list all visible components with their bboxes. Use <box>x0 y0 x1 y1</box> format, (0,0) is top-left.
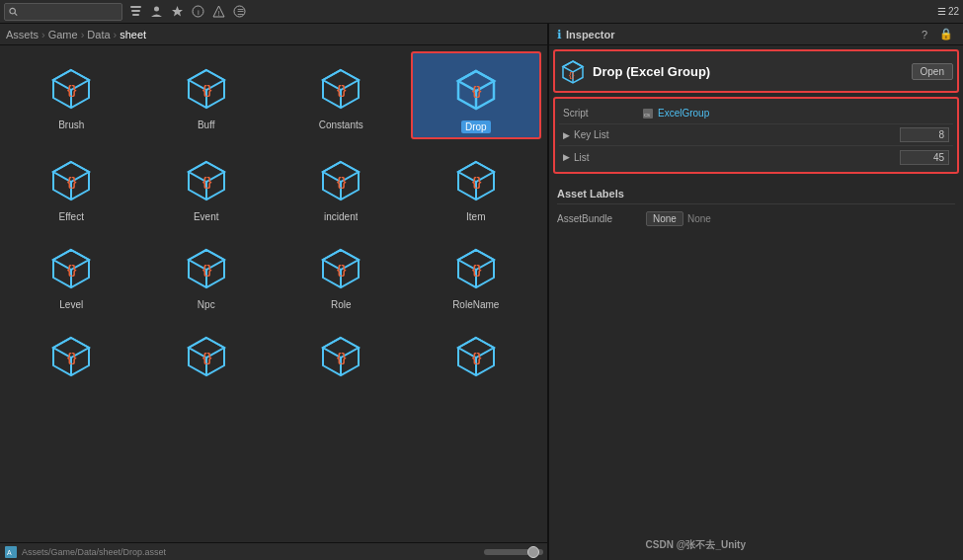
svg-text:{}: {} <box>67 175 77 189</box>
svg-text:{}: {} <box>472 263 482 277</box>
asset-icon-level: {} <box>41 238 101 297</box>
asset-label-event: Event <box>194 211 219 222</box>
asset-icon-empty-1: {} <box>41 326 101 385</box>
asset-item-empty-3[interactable]: {} <box>276 319 407 392</box>
svg-text:{}: {} <box>472 84 482 98</box>
breadcrumb-sep-2: › <box>81 29 85 40</box>
section-header-asset-labels: Asset Labels <box>557 186 955 204</box>
asset-label-buff: Buff <box>198 120 215 130</box>
asset-icon-constants: {} <box>311 58 370 118</box>
list-expand-icon[interactable]: ▶ <box>563 152 570 162</box>
svg-text:{}: {} <box>202 175 212 189</box>
size-slider[interactable] <box>484 549 543 555</box>
field-row-script: Script cs ExcelGroup <box>559 103 953 124</box>
asset-item-event[interactable]: {} Event <box>141 143 273 227</box>
breadcrumb-game[interactable]: Game <box>48 29 78 40</box>
asset-label-npc: Npc <box>198 299 215 310</box>
inspector-content: {} Drop (Excel Group) Open Script cs <box>549 45 963 560</box>
search-input[interactable] <box>18 6 118 17</box>
project-panel: Assets › Game › Data › sheet <box>0 24 548 560</box>
svg-text:{}: {} <box>472 175 482 189</box>
breadcrumb-sep-3: › <box>114 29 118 40</box>
search-box[interactable] <box>4 3 122 21</box>
asset-label-rolename: RoleName <box>452 299 499 310</box>
asset-item-empty-4[interactable]: {} <box>411 319 542 392</box>
asset-item-npc[interactable]: {} Npc <box>141 231 273 315</box>
top-toolbar: i ! ☰ ☰ 22 <box>0 0 963 24</box>
inspector-fields: Script cs ExcelGroup ▶ Key List <box>553 97 959 174</box>
svg-text:{}: {} <box>202 351 212 364</box>
svg-text:{}: {} <box>67 83 77 97</box>
asset-item-item[interactable]: {} Item <box>411 143 542 227</box>
asset-item-role[interactable]: {} Role <box>276 231 407 315</box>
asset-icon-effect: {} <box>41 150 101 209</box>
asset-icon-drop: {} <box>446 59 506 119</box>
component-icon: {} <box>559 57 587 85</box>
asset-label-drop: Drop <box>461 120 491 133</box>
field-row-keylist: ▶ Key List <box>559 124 953 146</box>
asset-label-effect: Effect <box>59 211 84 222</box>
asset-label-brush: Brush <box>58 120 84 130</box>
asset-icon-item: {} <box>446 150 506 209</box>
info-icon[interactable]: i <box>189 3 206 21</box>
ab-variant-label: None <box>687 213 711 224</box>
asset-icon-event: {} <box>177 150 236 209</box>
asset-item-constants[interactable]: {} Constants <box>276 51 407 139</box>
asset-label-incident: incident <box>324 211 358 222</box>
inspector-lock-icon[interactable]: 🔒 <box>937 26 955 43</box>
asset-label-item: Item <box>466 211 485 222</box>
svg-text:☰: ☰ <box>237 8 244 17</box>
field-label-script: Script <box>563 108 642 119</box>
asset-item-empty-2[interactable]: {} <box>141 319 273 392</box>
script-file-icon: cs <box>642 108 654 120</box>
asset-item-level[interactable]: {} Level <box>6 231 137 315</box>
breadcrumb-data[interactable]: Data <box>87 29 110 40</box>
asset-labels-section: Asset Labels AssetBundle None None <box>553 182 959 233</box>
breadcrumb-assets[interactable]: Assets <box>6 29 39 40</box>
asset-icon-npc: {} <box>177 238 236 297</box>
menu-icon[interactable]: ☰ <box>230 3 248 21</box>
svg-text:i: i <box>198 8 200 17</box>
asset-item-drop[interactable]: {} Drop <box>411 51 542 139</box>
warning-icon[interactable]: ! <box>209 3 227 21</box>
svg-text:{}: {} <box>337 351 347 364</box>
breadcrumb-current: sheet <box>120 29 146 40</box>
person-icon[interactable] <box>147 3 165 21</box>
ab-value[interactable]: None <box>646 211 683 226</box>
keylist-expand-icon[interactable]: ▶ <box>563 130 570 140</box>
svg-text:{}: {} <box>569 71 575 79</box>
svg-point-5 <box>154 7 159 12</box>
svg-text:{}: {} <box>202 83 212 97</box>
asset-item-incident[interactable]: {} incident <box>276 143 407 227</box>
field-number-keylist[interactable] <box>900 127 949 142</box>
asset-grid-container[interactable]: {} Brush {} <box>0 45 547 542</box>
asset-item-buff[interactable]: {} Buff <box>141 51 273 139</box>
breadcrumb: Assets › Game › Data › sheet <box>0 24 547 45</box>
assets-icon: A <box>4 545 18 559</box>
toolbar-icons: i ! ☰ <box>126 3 248 21</box>
main-area: Assets › Game › Data › sheet <box>0 24 963 560</box>
asset-icon-rolename: {} <box>446 238 506 297</box>
inspector-icon: ℹ <box>557 28 562 41</box>
inspector-question-icon[interactable]: ? <box>916 26 933 43</box>
asset-icon-brush: {} <box>41 58 101 118</box>
field-label-list: List <box>574 152 653 163</box>
open-button[interactable]: Open <box>912 63 953 80</box>
asset-icon-empty-2: {} <box>177 326 236 385</box>
asset-label-level: Level <box>59 299 83 310</box>
asset-item-rolename[interactable]: {} RoleName <box>411 231 542 315</box>
filter-icon[interactable] <box>126 3 144 21</box>
svg-rect-2 <box>130 6 141 8</box>
asset-item-effect[interactable]: {} Effect <box>6 143 137 227</box>
asset-item-brush[interactable]: {} Brush <box>6 51 137 139</box>
field-number-list[interactable] <box>900 150 949 165</box>
asset-item-empty-1[interactable]: {} <box>6 319 137 392</box>
count-badge: ☰ 22 <box>937 6 959 17</box>
field-value-script[interactable]: ExcelGroup <box>658 108 949 119</box>
svg-rect-4 <box>132 14 139 16</box>
star-icon[interactable] <box>168 3 186 21</box>
svg-rect-3 <box>131 10 140 12</box>
svg-text:!: ! <box>217 10 219 17</box>
inspector-title: Inspector <box>566 29 615 40</box>
svg-point-0 <box>10 8 16 14</box>
